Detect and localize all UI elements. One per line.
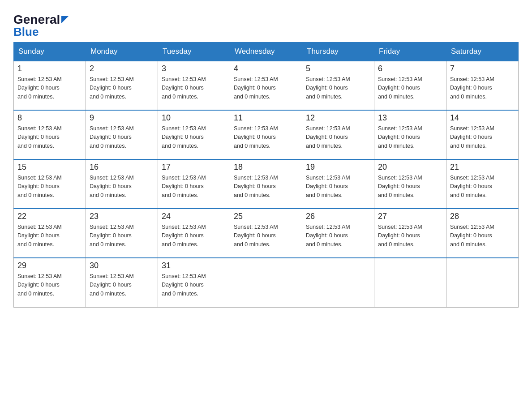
day-info: Sunset: 12:53 AMDaylight: 0 hoursand 0 m… (17, 124, 82, 150)
week-row-5: 29Sunset: 12:53 AMDaylight: 0 hoursand 0… (14, 258, 519, 307)
day-info: Sunset: 12:53 AMDaylight: 0 hoursand 0 m… (17, 272, 82, 298)
calendar-cell: 28Sunset: 12:53 AMDaylight: 0 hoursand 0… (446, 209, 519, 258)
day-number: 14 (450, 113, 515, 123)
week-row-3: 15Sunset: 12:53 AMDaylight: 0 hoursand 0… (14, 159, 519, 209)
logo-blue-label: Blue (13, 26, 39, 38)
day-info: Sunset: 12:53 AMDaylight: 0 hoursand 0 m… (17, 174, 82, 200)
calendar-cell: 11Sunset: 12:53 AMDaylight: 0 hoursand 0… (230, 110, 302, 159)
logo-row: General (13, 13, 69, 26)
calendar-cell: 29Sunset: 12:53 AMDaylight: 0 hoursand 0… (14, 258, 86, 307)
day-info: Sunset: 12:53 AMDaylight: 0 hoursand 0 m… (234, 223, 298, 249)
header-monday: Monday (86, 43, 158, 61)
day-number: 28 (450, 212, 515, 221)
day-info: Sunset: 12:53 AMDaylight: 0 hoursand 0 m… (378, 75, 442, 101)
calendar-cell: 5Sunset: 12:53 AMDaylight: 0 hoursand 0 … (302, 61, 374, 110)
day-info: Sunset: 12:53 AMDaylight: 0 hoursand 0 m… (90, 75, 154, 101)
calendar-cell: 24Sunset: 12:53 AMDaylight: 0 hoursand 0… (158, 209, 230, 258)
day-info: Sunset: 12:53 AMDaylight: 0 hoursand 0 m… (90, 124, 154, 150)
calendar-cell: 25Sunset: 12:53 AMDaylight: 0 hoursand 0… (230, 209, 302, 258)
day-number: 10 (162, 113, 226, 123)
calendar-cell (374, 258, 446, 307)
calendar-cell: 6Sunset: 12:53 AMDaylight: 0 hoursand 0 … (374, 61, 446, 110)
day-number: 8 (17, 113, 82, 123)
day-info: Sunset: 12:53 AMDaylight: 0 hoursand 0 m… (234, 75, 298, 101)
calendar-cell: 26Sunset: 12:53 AMDaylight: 0 hoursand 0… (302, 209, 374, 258)
day-info: Sunset: 12:53 AMDaylight: 0 hoursand 0 m… (162, 174, 226, 200)
calendar-cell: 15Sunset: 12:53 AMDaylight: 0 hoursand 0… (14, 159, 86, 209)
calendar-cell: 19Sunset: 12:53 AMDaylight: 0 hoursand 0… (302, 159, 374, 209)
day-info: Sunset: 12:53 AMDaylight: 0 hoursand 0 m… (450, 75, 515, 101)
day-info: Sunset: 12:53 AMDaylight: 0 hoursand 0 m… (306, 223, 370, 249)
day-number: 23 (90, 212, 154, 221)
calendar-cell: 3Sunset: 12:53 AMDaylight: 0 hoursand 0 … (158, 61, 230, 110)
day-number: 29 (17, 261, 82, 270)
day-number: 5 (306, 64, 370, 73)
day-number: 4 (234, 64, 298, 73)
calendar-cell: 16Sunset: 12:53 AMDaylight: 0 hoursand 0… (86, 159, 158, 209)
calendar-cell: 20Sunset: 12:53 AMDaylight: 0 hoursand 0… (374, 159, 446, 209)
day-number: 20 (378, 163, 442, 172)
day-info: Sunset: 12:53 AMDaylight: 0 hoursand 0 m… (306, 174, 370, 200)
logo-flag-icon (61, 16, 69, 23)
day-info: Sunset: 12:53 AMDaylight: 0 hoursand 0 m… (378, 174, 442, 200)
day-info: Sunset: 12:53 AMDaylight: 0 hoursand 0 m… (450, 174, 515, 200)
calendar-cell: 7Sunset: 12:53 AMDaylight: 0 hoursand 0 … (446, 61, 519, 110)
day-info: Sunset: 12:53 AMDaylight: 0 hoursand 0 m… (234, 124, 298, 150)
logo-icon-area (61, 16, 69, 23)
day-number: 15 (17, 163, 82, 172)
day-number: 30 (90, 261, 154, 270)
calendar-cell: 10Sunset: 12:53 AMDaylight: 0 hoursand 0… (158, 110, 230, 159)
day-info: Sunset: 12:53 AMDaylight: 0 hoursand 0 m… (162, 272, 226, 298)
day-number: 25 (234, 212, 298, 221)
day-info: Sunset: 12:53 AMDaylight: 0 hoursand 0 m… (162, 75, 226, 101)
calendar-cell: 31Sunset: 12:53 AMDaylight: 0 hoursand 0… (158, 258, 230, 307)
day-number: 22 (17, 212, 82, 221)
day-number: 7 (450, 64, 515, 73)
calendar-cell: 2Sunset: 12:53 AMDaylight: 0 hoursand 0 … (86, 61, 158, 110)
day-number: 31 (162, 261, 226, 270)
day-info: Sunset: 12:53 AMDaylight: 0 hoursand 0 m… (17, 75, 82, 101)
calendar-cell: 18Sunset: 12:53 AMDaylight: 0 hoursand 0… (230, 159, 302, 209)
day-number: 1 (17, 64, 82, 73)
calendar-cell: 30Sunset: 12:53 AMDaylight: 0 hoursand 0… (86, 258, 158, 307)
day-number: 11 (234, 113, 298, 123)
day-number: 2 (90, 64, 154, 73)
day-number: 24 (162, 212, 226, 221)
day-info: Sunset: 12:53 AMDaylight: 0 hoursand 0 m… (90, 223, 154, 249)
day-number: 27 (378, 212, 442, 221)
week-row-1: 1Sunset: 12:53 AMDaylight: 0 hoursand 0 … (14, 61, 519, 110)
calendar-cell: 12Sunset: 12:53 AMDaylight: 0 hoursand 0… (302, 110, 374, 159)
header-thursday: Thursday (302, 43, 374, 61)
calendar-cell: 9Sunset: 12:53 AMDaylight: 0 hoursand 0 … (86, 110, 158, 159)
day-info: Sunset: 12:53 AMDaylight: 0 hoursand 0 m… (90, 174, 154, 200)
day-info: Sunset: 12:53 AMDaylight: 0 hoursand 0 m… (162, 223, 226, 249)
calendar-cell: 17Sunset: 12:53 AMDaylight: 0 hoursand 0… (158, 159, 230, 209)
day-number: 21 (450, 163, 515, 172)
header-sunday: Sunday (14, 43, 86, 61)
day-number: 17 (162, 163, 226, 172)
day-info: Sunset: 12:53 AMDaylight: 0 hoursand 0 m… (450, 223, 515, 249)
calendar-cell: 13Sunset: 12:53 AMDaylight: 0 hoursand 0… (374, 110, 446, 159)
calendar-cell: 23Sunset: 12:53 AMDaylight: 0 hoursand 0… (86, 209, 158, 258)
day-info: Sunset: 12:53 AMDaylight: 0 hoursand 0 m… (17, 223, 82, 249)
calendar-table: SundayMondayTuesdayWednesdayThursdayFrid… (13, 42, 519, 308)
day-number: 16 (90, 163, 154, 172)
logo: General Blue (13, 13, 69, 38)
day-info: Sunset: 12:53 AMDaylight: 0 hoursand 0 m… (306, 124, 370, 150)
day-info: Sunset: 12:53 AMDaylight: 0 hoursand 0 m… (90, 272, 154, 298)
calendar-cell (302, 258, 374, 307)
week-row-2: 8Sunset: 12:53 AMDaylight: 0 hoursand 0 … (14, 110, 519, 159)
calendar-cell: 8Sunset: 12:53 AMDaylight: 0 hoursand 0 … (14, 110, 86, 159)
day-number: 13 (378, 113, 442, 123)
calendar-cell: 14Sunset: 12:53 AMDaylight: 0 hoursand 0… (446, 110, 519, 159)
day-number: 26 (306, 212, 370, 221)
day-info: Sunset: 12:53 AMDaylight: 0 hoursand 0 m… (234, 174, 298, 200)
day-info: Sunset: 12:53 AMDaylight: 0 hoursand 0 m… (306, 75, 370, 101)
header-wednesday: Wednesday (230, 43, 302, 61)
day-number: 12 (306, 113, 370, 123)
logo-general-text: General (13, 13, 60, 26)
calendar-cell: 1Sunset: 12:53 AMDaylight: 0 hoursand 0 … (14, 61, 86, 110)
calendar-cell: 4Sunset: 12:53 AMDaylight: 0 hoursand 0 … (230, 61, 302, 110)
calendar-cell: 22Sunset: 12:53 AMDaylight: 0 hoursand 0… (14, 209, 86, 258)
header-saturday: Saturday (446, 43, 519, 61)
